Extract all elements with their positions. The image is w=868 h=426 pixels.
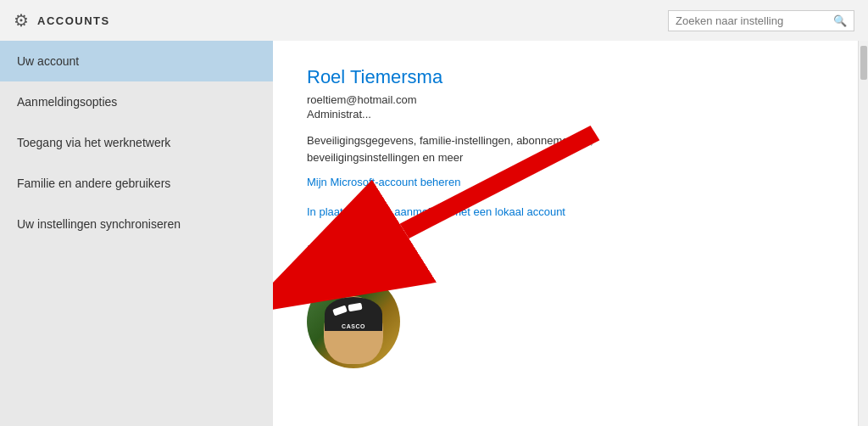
- manage-account-link[interactable]: Mijn Microsoft-account beheren: [307, 176, 824, 188]
- sidebar-item-uw-account[interactable]: Uw account: [0, 41, 273, 81]
- app-title: ACCOUNTS: [37, 14, 659, 27]
- local-account-link[interactable]: In plaats daarvan aanmelden met een loka…: [307, 205, 824, 218]
- scroll-thumb[interactable]: [860, 46, 867, 80]
- main-layout: Uw account Aanmeldingsopties Toegang via…: [0, 41, 868, 426]
- search-input[interactable]: [676, 14, 828, 27]
- app-header: ⚙ ACCOUNTS 🔍: [0, 0, 868, 41]
- casco-label: CASCO: [342, 323, 365, 329]
- sidebar-item-familie[interactable]: Familie en andere gebruikers: [0, 163, 273, 204]
- content-area: Roel Tiemersma roeltiem@hotmail.com Admi…: [273, 41, 858, 426]
- section-afbeelding-title: Uw afbeelding: [307, 242, 824, 261]
- content-wrapper: Roel Tiemersma roeltiem@hotmail.com Admi…: [273, 41, 868, 426]
- sidebar-item-toegang[interactable]: Toegang via het werknetwerk: [0, 122, 273, 163]
- account-description: Beveiligingsgegevens, familie-instelling…: [307, 132, 663, 165]
- user-role: Administrat...: [307, 108, 824, 121]
- user-email: roeltiem@hotmail.com: [307, 93, 824, 106]
- gear-icon: ⚙: [14, 10, 29, 31]
- user-avatar: CASCO: [307, 275, 400, 368]
- sidebar-item-aanmeldingsopties[interactable]: Aanmeldingsopties: [0, 81, 273, 122]
- search-icon: 🔍: [833, 14, 847, 27]
- search-container: 🔍: [668, 10, 854, 31]
- helmet-shape: CASCO: [325, 297, 382, 331]
- sidebar-item-synchroniseren[interactable]: Uw instellingen synchroniseren: [0, 204, 273, 244]
- scrollbar[interactable]: [858, 41, 868, 426]
- helmet-stripe-2: [348, 303, 362, 312]
- sidebar: Uw account Aanmeldingsopties Toegang via…: [0, 41, 273, 426]
- user-name: Roel Tiemersma: [307, 66, 824, 88]
- helmet-stripe-1: [332, 305, 348, 317]
